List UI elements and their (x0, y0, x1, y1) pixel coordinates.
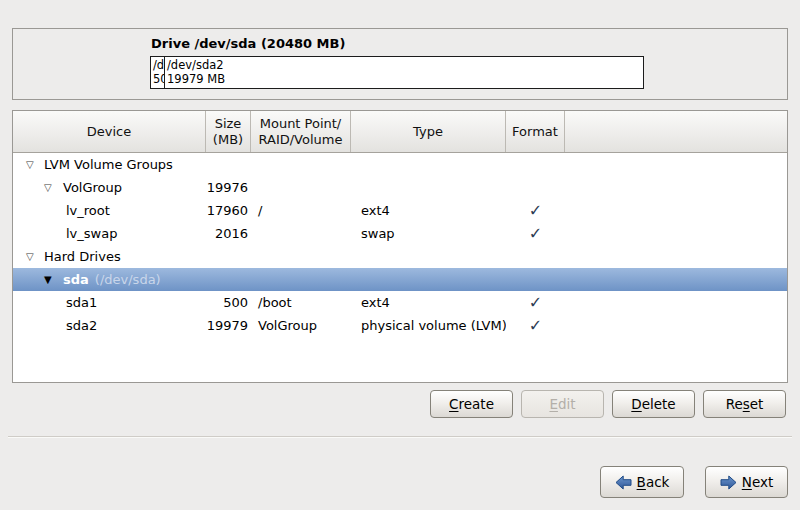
back-button[interactable]: Back (600, 466, 684, 498)
partition-segment-device: /dev/sda1 (153, 58, 164, 72)
partition-segment-sda2[interactable]: /dev/sda2 19979 MB (165, 57, 643, 88)
mount-value (251, 153, 351, 176)
column-header-format[interactable]: Format (506, 111, 565, 152)
mount-value (251, 176, 351, 199)
mount-value: VolGroup (251, 314, 351, 337)
table-header: Device Size (MB) Mount Point/ RAID/Volum… (13, 111, 787, 153)
type-value (351, 153, 506, 176)
column-header-type[interactable]: Type (351, 111, 506, 152)
installer-window: { "colors": { "background": "#edeceb", "… (0, 0, 800, 510)
size-value: 19976 (206, 176, 251, 199)
expander-icon[interactable]: ▽ (26, 153, 44, 176)
mount-value (251, 222, 351, 245)
expander-icon[interactable]: ▼ (44, 268, 63, 291)
next-arrow-icon (720, 475, 737, 490)
mount-value (251, 268, 351, 291)
format-checkmark: ✓ (506, 291, 565, 314)
drive-summary-panel: Drive /dev/sda (20480 MB) /dev/sda1 500 … (12, 28, 788, 100)
back-arrow-icon (615, 475, 632, 490)
column-header-empty (565, 111, 787, 152)
device-label: sda1 (66, 291, 97, 314)
table-row-sda2[interactable]: sda2 19979 VolGroup physical volume (LVM… (13, 314, 787, 337)
expander-icon[interactable]: ▽ (26, 245, 44, 268)
expander-icon[interactable]: ▽ (44, 176, 63, 199)
device-path-suffix: (/dev/sda) (95, 268, 161, 291)
partition-segment-device: /dev/sda2 (167, 58, 643, 72)
device-label: VolGroup (63, 176, 122, 199)
size-value: 17960 (206, 199, 251, 222)
delete-button[interactable]: Delete (612, 390, 695, 418)
type-value: physical volume (LVM) (351, 314, 506, 337)
type-value: swap (351, 222, 506, 245)
next-button[interactable]: Next (705, 466, 788, 498)
mount-value: / (251, 199, 351, 222)
table-row-sda-selected[interactable]: ▼ sda (/dev/sda) (13, 268, 787, 291)
type-value: ext4 (351, 291, 506, 314)
table-row-lv-swap[interactable]: lv_swap 2016 swap ✓ (13, 222, 787, 245)
device-label: lv_swap (66, 222, 117, 245)
column-header-mount-point[interactable]: Mount Point/ RAID/Volume (251, 111, 351, 152)
mount-value (251, 245, 351, 268)
table-row-lv-root[interactable]: lv_root 17960 / ext4 ✓ (13, 199, 787, 222)
table-row-lvm-volume-groups[interactable]: ▽ LVM Volume Groups (13, 153, 787, 176)
column-header-device[interactable]: Device (13, 111, 206, 152)
create-button[interactable]: Create (430, 390, 513, 418)
type-value (351, 245, 506, 268)
format-checkmark: ✓ (506, 314, 565, 337)
edit-button[interactable]: Edit (521, 390, 604, 418)
table-row-sda1[interactable]: sda1 500 /boot ext4 ✓ (13, 291, 787, 314)
size-value (206, 153, 251, 176)
format-checkmark (506, 268, 565, 291)
mount-value: /boot (251, 291, 351, 314)
partition-segment-sda1[interactable]: /dev/sda1 500 MB (151, 57, 165, 88)
partition-table: Device Size (MB) Mount Point/ RAID/Volum… (12, 110, 788, 383)
table-row-volgroup[interactable]: ▽ VolGroup 19976 (13, 176, 787, 199)
type-value: ext4 (351, 199, 506, 222)
format-checkmark (506, 153, 565, 176)
device-label: LVM Volume Groups (44, 153, 173, 176)
size-value: 500 (206, 291, 251, 314)
type-value (351, 268, 506, 291)
format-checkmark (506, 176, 565, 199)
reset-button[interactable]: Reset (703, 390, 786, 418)
device-label: sda (63, 268, 89, 291)
format-checkmark: ✓ (506, 222, 565, 245)
device-label: sda2 (66, 314, 97, 337)
partition-bar: /dev/sda1 500 MB /dev/sda2 19979 MB (150, 56, 644, 89)
size-value (206, 245, 251, 268)
size-value: 19979 (206, 314, 251, 337)
horizontal-separator (8, 436, 792, 438)
device-label: Hard Drives (44, 245, 121, 268)
table-row-hard-drives[interactable]: ▽ Hard Drives (13, 245, 787, 268)
size-value (206, 268, 251, 291)
partition-segment-size: 19979 MB (167, 72, 643, 86)
format-checkmark: ✓ (506, 199, 565, 222)
device-label: lv_root (66, 199, 110, 222)
partition-segment-size: 500 MB (153, 72, 164, 86)
column-header-size[interactable]: Size (MB) (206, 111, 251, 152)
type-value (351, 176, 506, 199)
format-checkmark (506, 245, 565, 268)
drive-title: Drive /dev/sda (20480 MB) (151, 36, 345, 51)
size-value: 2016 (206, 222, 251, 245)
